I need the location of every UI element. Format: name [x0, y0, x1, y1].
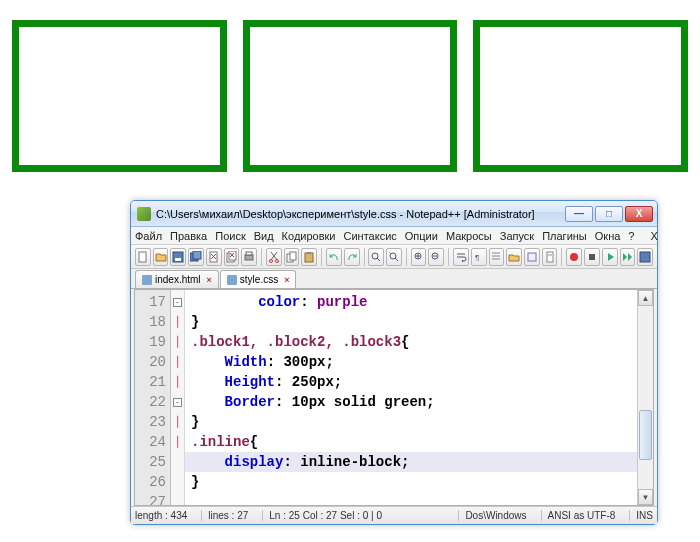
svg-rect-2: [175, 258, 181, 261]
minimize-button[interactable]: —: [565, 206, 593, 222]
demo-boxes-row: [0, 0, 700, 172]
svg-rect-25: [589, 254, 595, 260]
close-file-icon[interactable]: [206, 248, 222, 266]
status-pos: Ln : 25 Col : 27 Sel : 0 | 0: [262, 510, 382, 521]
toolbar-separator: [261, 248, 262, 266]
doc-map-icon[interactable]: [542, 248, 558, 266]
copy-icon[interactable]: [284, 248, 300, 266]
macro-play-multi-icon[interactable]: [620, 248, 636, 266]
cut-icon[interactable]: [266, 248, 282, 266]
svg-rect-14: [305, 253, 313, 262]
new-file-icon[interactable]: [135, 248, 151, 266]
close-button[interactable]: X: [625, 206, 653, 222]
print-icon[interactable]: [241, 248, 257, 266]
menu-plugins[interactable]: Плагины: [542, 230, 587, 242]
menu-help[interactable]: ?: [628, 230, 634, 242]
svg-rect-26: [640, 252, 650, 262]
file-icon: [227, 275, 237, 285]
zoom-out-icon[interactable]: [428, 248, 444, 266]
save-icon[interactable]: [170, 248, 186, 266]
menu-search[interactable]: Поиск: [215, 230, 245, 242]
close-all-icon[interactable]: [224, 248, 240, 266]
tab-style-css[interactable]: style.css ×: [220, 270, 297, 288]
editor[interactable]: 1718192021222324252627 -││││-││ color: p…: [134, 289, 654, 506]
status-lines: lines : 27: [201, 510, 248, 521]
menu-syntax[interactable]: Синтаксис: [344, 230, 397, 242]
status-ins: INS: [629, 510, 653, 521]
status-enc: ANSI as UTF-8: [541, 510, 616, 521]
tab-label: index.html: [155, 274, 201, 285]
svg-rect-0: [139, 252, 146, 262]
file-icon: [142, 275, 152, 285]
menu-edit[interactable]: Правка: [170, 230, 207, 242]
scroll-down-icon[interactable]: ▼: [638, 489, 653, 505]
toolbar: ¶: [131, 245, 657, 269]
svg-point-24: [570, 253, 578, 261]
status-eol: Dos\Windows: [458, 510, 526, 521]
demo-box-3: [473, 20, 688, 172]
svg-point-10: [269, 259, 272, 262]
show-all-chars-icon[interactable]: ¶: [471, 248, 487, 266]
paste-icon[interactable]: [301, 248, 317, 266]
scroll-up-icon[interactable]: ▲: [638, 290, 653, 306]
macro-save-icon[interactable]: [637, 248, 653, 266]
titlebar[interactable]: C:\Users\михаил\Desktop\эксперимент\styl…: [131, 201, 657, 227]
app-icon: [137, 207, 151, 221]
folder-tree-icon[interactable]: [506, 248, 522, 266]
notepadpp-window: C:\Users\михаил\Desktop\эксперимент\styl…: [130, 200, 658, 525]
tab-label: style.css: [240, 274, 278, 285]
menu-encoding[interactable]: Кодировки: [282, 230, 336, 242]
menu-macros[interactable]: Макросы: [446, 230, 492, 242]
save-all-icon[interactable]: [188, 248, 204, 266]
undo-icon[interactable]: [326, 248, 342, 266]
fold-column[interactable]: -││││-││: [171, 290, 185, 505]
scroll-thumb[interactable]: [639, 410, 652, 460]
maximize-button[interactable]: □: [595, 206, 623, 222]
svg-rect-21: [528, 253, 536, 261]
menu-view[interactable]: Вид: [254, 230, 274, 242]
status-length: length : 434: [135, 510, 187, 521]
menu-run[interactable]: Запуск: [500, 230, 534, 242]
line-number-gutter: 1718192021222324252627: [135, 290, 171, 505]
menu-close-x[interactable]: X: [650, 230, 657, 242]
toolbar-separator: [448, 248, 449, 266]
tab-index-html[interactable]: index.html ×: [135, 270, 219, 288]
menu-windows[interactable]: Окна: [595, 230, 621, 242]
menubar: Файл Правка Поиск Вид Кодировки Синтакси…: [131, 227, 657, 245]
toolbar-separator: [321, 248, 322, 266]
find-icon[interactable]: [368, 248, 384, 266]
open-file-icon[interactable]: [153, 248, 169, 266]
redo-icon[interactable]: [344, 248, 360, 266]
statusbar: length : 434 lines : 27 Ln : 25 Col : 27…: [131, 506, 657, 524]
vertical-scrollbar[interactable]: ▲ ▼: [637, 290, 653, 505]
wordwrap-icon[interactable]: [453, 248, 469, 266]
code-area[interactable]: color: purple}.block1, .block2, .block3{…: [185, 290, 637, 505]
window-title: C:\Users\михаил\Desktop\эксперимент\styl…: [156, 208, 565, 220]
svg-text:¶: ¶: [475, 253, 479, 262]
replace-icon[interactable]: [386, 248, 402, 266]
zoom-in-icon[interactable]: [411, 248, 427, 266]
svg-point-11: [275, 259, 278, 262]
svg-rect-22: [547, 252, 553, 262]
tabbar: index.html × style.css ×: [131, 269, 657, 289]
tab-close-icon[interactable]: ×: [207, 275, 212, 285]
demo-box-1: [12, 20, 227, 172]
svg-rect-23: [548, 254, 552, 256]
menu-options[interactable]: Опции: [405, 230, 438, 242]
macro-record-icon[interactable]: [566, 248, 582, 266]
toolbar-separator: [561, 248, 562, 266]
svg-rect-13: [290, 252, 296, 260]
svg-rect-8: [245, 255, 253, 260]
svg-rect-4: [193, 251, 201, 259]
macro-play-icon[interactable]: [602, 248, 618, 266]
toolbar-separator: [406, 248, 407, 266]
menu-file[interactable]: Файл: [135, 230, 162, 242]
toolbar-separator: [364, 248, 365, 266]
macro-stop-icon[interactable]: [584, 248, 600, 266]
function-list-icon[interactable]: [524, 248, 540, 266]
svg-rect-15: [307, 252, 311, 254]
demo-box-2: [243, 20, 458, 172]
tab-close-icon[interactable]: ×: [284, 275, 289, 285]
indent-guide-icon[interactable]: [489, 248, 505, 266]
svg-rect-9: [246, 252, 252, 255]
